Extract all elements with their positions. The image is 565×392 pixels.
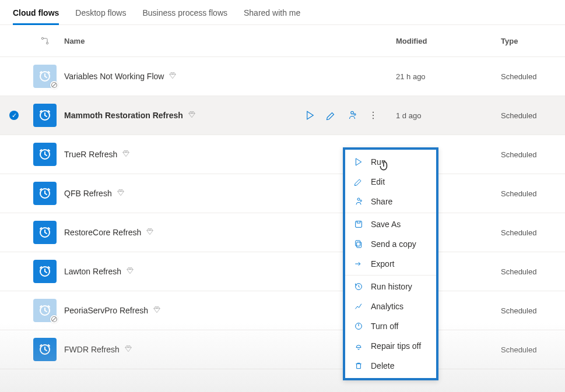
modified-cell: 1 d ago [384, 111, 501, 120]
menu-turn-off[interactable]: Turn off [345, 316, 436, 336]
table-row[interactable]: RestoreCore RefreshScheduled [0, 213, 565, 252]
trash-icon [353, 361, 364, 370]
modified-cell: 21 h ago [384, 72, 501, 81]
type-cell: Scheduled [501, 228, 565, 237]
pencil-icon [326, 110, 336, 121]
premium-diamond-icon [153, 306, 161, 316]
menu-label: Analytics [371, 302, 403, 311]
type-cell: Scheduled [501, 150, 565, 159]
scheduled-flow-icon [33, 338, 57, 361]
tab-desktop-flows[interactable]: Desktop flows [75, 5, 126, 24]
type-cell: Scheduled [501, 345, 565, 354]
premium-diamond-icon [117, 189, 125, 199]
table-row[interactable]: PeoriaServPro RefreshScheduled [0, 291, 565, 330]
scheduled-flow-icon [33, 182, 57, 205]
flow-name[interactable]: QFB Refresh [64, 189, 112, 198]
type-cell: Scheduled [501, 111, 565, 120]
col-header-type[interactable]: Type [501, 37, 565, 45]
table-row[interactable]: FWDR RefreshScheduled [0, 330, 565, 369]
copy-icon [353, 239, 364, 249]
type-cell: Scheduled [501, 267, 565, 276]
scheduled-flow-icon [33, 104, 57, 127]
menu-label: Run [371, 157, 386, 167]
menu-label: Delete [371, 361, 394, 370]
share-button[interactable] [347, 110, 357, 121]
run-button[interactable] [305, 110, 315, 121]
menu-delete[interactable]: Delete [345, 356, 436, 376]
menu-run-history[interactable]: Run history [345, 277, 436, 296]
share-icon [353, 197, 364, 206]
analytics-icon [353, 302, 364, 311]
menu-label: Edit [371, 177, 385, 186]
menu-divider [345, 213, 436, 213]
menu-label: Run history [371, 282, 412, 291]
tab-bpf[interactable]: Business process flows [142, 5, 227, 24]
menu-save-as[interactable]: Save As [345, 214, 436, 234]
menu-export[interactable]: Export [345, 254, 436, 274]
flow-name[interactable]: FWDR Refresh [64, 345, 120, 354]
menu-edit[interactable]: Edit [345, 172, 436, 192]
menu-label: Send a copy [371, 239, 416, 249]
menu-repair-tips[interactable]: Repair tips off [345, 336, 436, 356]
bell-icon [353, 341, 364, 351]
power-icon [353, 322, 364, 331]
pencil-icon [353, 177, 364, 186]
menu-label: Repair tips off [371, 341, 421, 351]
table-row[interactable]: QFB RefreshScheduled [0, 174, 565, 213]
flows-grid: Name Modified Type Variables Not Working… [0, 25, 565, 369]
table-row[interactable]: TrueR RefreshScheduled [0, 135, 565, 174]
play-icon [305, 110, 315, 121]
col-header-modified[interactable]: Modified [384, 37, 501, 45]
scheduled-flow-icon [33, 221, 57, 244]
save-icon [353, 220, 364, 229]
menu-divider [345, 275, 436, 276]
scheduled-flow-icon [33, 143, 57, 166]
type-cell: Scheduled [501, 189, 565, 198]
scheduled-flow-icon [33, 260, 57, 283]
menu-send-copy[interactable]: Send a copy [345, 234, 436, 254]
disabled-badge-icon [50, 315, 58, 323]
flow-name[interactable]: RestoreCore Refresh [64, 228, 141, 237]
menu-analytics[interactable]: Analytics [345, 296, 436, 316]
premium-diamond-icon [146, 228, 154, 238]
share-icon [347, 110, 357, 121]
menu-label: Turn off [371, 322, 398, 331]
flow-type-icon-header [28, 36, 62, 46]
menu-run[interactable]: Run [345, 152, 436, 172]
flow-context-menu: Run Edit Share Save As Send a copy Expor… [343, 147, 438, 380]
flow-name[interactable]: Mammoth Restoration Refresh [64, 111, 183, 120]
history-icon [353, 282, 364, 291]
flow-name[interactable]: Lawton Refresh [64, 267, 121, 276]
premium-diamond-icon [126, 267, 134, 277]
premium-diamond-icon [188, 111, 196, 121]
type-cell: Scheduled [501, 72, 565, 81]
menu-share[interactable]: Share [345, 192, 436, 211]
tab-cloud-flows[interactable]: Cloud flows [13, 5, 59, 25]
tab-shared[interactable]: Shared with me [244, 5, 300, 24]
type-cell: Scheduled [501, 306, 565, 315]
menu-label: Share [371, 197, 392, 206]
menu-label: Export [371, 259, 394, 269]
grid-header: Name Modified Type [0, 25, 565, 57]
premium-diamond-icon [169, 72, 177, 82]
tabs-bar: Cloud flows Desktop flows Business proce… [0, 0, 565, 25]
table-row[interactable]: Variables Not Working Flow21 h agoSchedu… [0, 57, 565, 96]
col-header-name[interactable]: Name [62, 37, 297, 45]
table-row[interactable]: Lawton RefreshScheduled [0, 252, 565, 291]
flow-name[interactable]: Variables Not Working Flow [64, 72, 164, 81]
table-row[interactable]: Mammoth Restoration Refresh1 d agoSchedu… [0, 96, 565, 135]
flow-name[interactable]: PeoriaServPro Refresh [64, 306, 148, 315]
premium-diamond-icon [124, 345, 132, 355]
play-icon [353, 157, 364, 167]
more-vertical-icon [368, 110, 378, 121]
premium-diamond-icon [122, 150, 130, 160]
disabled-badge-icon [50, 81, 58, 89]
export-icon [353, 259, 364, 269]
more-actions-button[interactable] [368, 110, 378, 121]
row-selected-check[interactable] [9, 111, 19, 120]
flow-name[interactable]: TrueR Refresh [64, 150, 117, 159]
edit-button[interactable] [326, 110, 336, 121]
menu-label: Save As [371, 220, 401, 229]
